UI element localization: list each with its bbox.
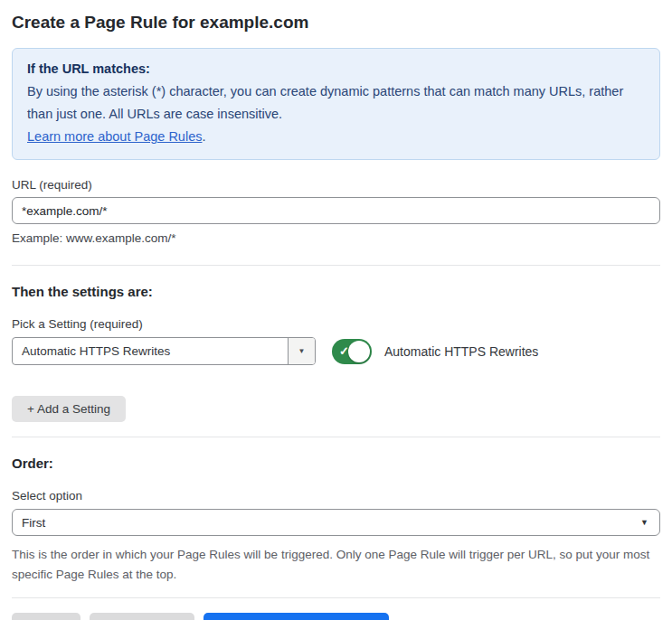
notice-link-suffix: .: [202, 129, 205, 144]
setting-dropdown-value: Automatic HTTPS Rewrites: [13, 338, 288, 364]
footer-actions: Cancel Save as Draft Save and Deploy Pag…: [12, 613, 660, 620]
dropdown-arrow-button[interactable]: ▼: [288, 338, 315, 364]
order-helper-text: This is the order in which your Page Rul…: [12, 545, 654, 585]
cancel-button[interactable]: Cancel: [12, 613, 80, 620]
order-heading: Order:: [12, 456, 660, 471]
divider: [12, 597, 660, 598]
page-rule-form: Create a Page Rule for example.com If th…: [0, 11, 672, 620]
setting-toggle[interactable]: ✓: [332, 339, 372, 364]
divider: [12, 265, 660, 266]
notice-heading: If the URL matches:: [27, 58, 645, 80]
setting-dropdown[interactable]: Automatic HTTPS Rewrites ▼: [12, 337, 316, 365]
setting-picker-row: Automatic HTTPS Rewrites ▼ ✓ Automatic H…: [12, 337, 660, 365]
select-option-label: Select option: [12, 489, 660, 503]
pick-setting-label: Pick a Setting (required): [12, 317, 660, 331]
notice-body: By using the asterisk (*) character, you…: [27, 80, 645, 126]
save-and-deploy-button[interactable]: Save and Deploy Page Rule: [203, 613, 390, 620]
url-input[interactable]: [12, 197, 660, 224]
order-select[interactable]: First ▼: [12, 509, 660, 536]
url-match-notice: If the URL matches: By using the asteris…: [12, 48, 660, 160]
toggle-label: Automatic HTTPS Rewrites: [384, 344, 538, 359]
caret-down-icon: ▼: [640, 518, 648, 527]
notice-link-line: Learn more about Page Rules.: [27, 126, 645, 148]
add-setting-button[interactable]: + Add a Setting: [12, 396, 126, 422]
caret-down-icon: ▼: [298, 347, 306, 355]
url-label: URL (required): [12, 178, 660, 192]
toggle-knob: [348, 341, 370, 362]
save-as-draft-button[interactable]: Save as Draft: [90, 613, 194, 620]
url-helper-text: Example: www.example.com/*: [12, 231, 660, 245]
divider: [12, 437, 660, 437]
page-title: Create a Page Rule for example.com: [12, 11, 660, 33]
learn-more-link[interactable]: Learn more about Page Rules: [27, 129, 202, 144]
settings-heading: Then the settings are:: [12, 284, 660, 299]
order-select-value: First: [22, 516, 45, 530]
